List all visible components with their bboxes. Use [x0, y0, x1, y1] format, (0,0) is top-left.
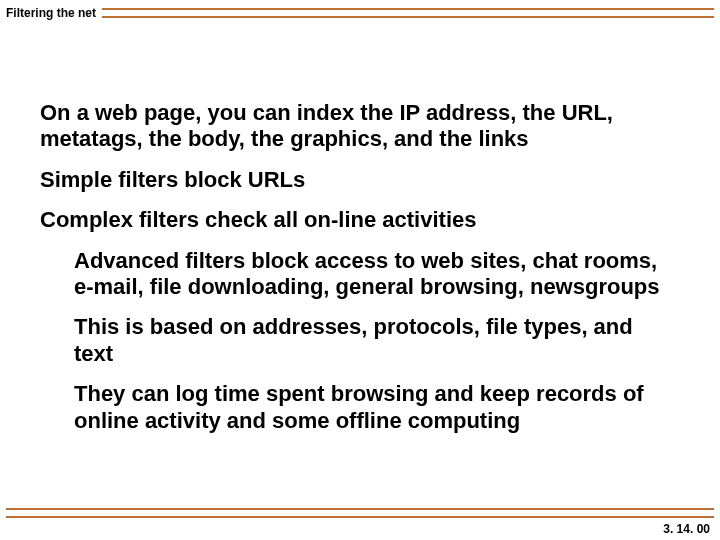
body-paragraph: On a web page, you can index the IP addr… — [40, 100, 670, 153]
footer-divider — [6, 508, 714, 518]
slide-title: Filtering the net — [6, 6, 96, 20]
slide-body: On a web page, you can index the IP addr… — [40, 100, 670, 448]
body-subparagraph: They can log time spent browsing and kee… — [74, 381, 670, 434]
page-number: 3. 14. 00 — [663, 522, 710, 536]
body-subparagraph: Advanced filters block access to web sit… — [74, 248, 670, 301]
body-paragraph: Complex filters check all on-line activi… — [40, 207, 670, 233]
body-paragraph: Simple filters block URLs — [40, 167, 670, 193]
header-divider — [102, 8, 714, 18]
slide: Filtering the net On a web page, you can… — [0, 0, 720, 540]
body-subparagraph: This is based on addresses, protocols, f… — [74, 314, 670, 367]
slide-header: Filtering the net — [6, 6, 714, 20]
